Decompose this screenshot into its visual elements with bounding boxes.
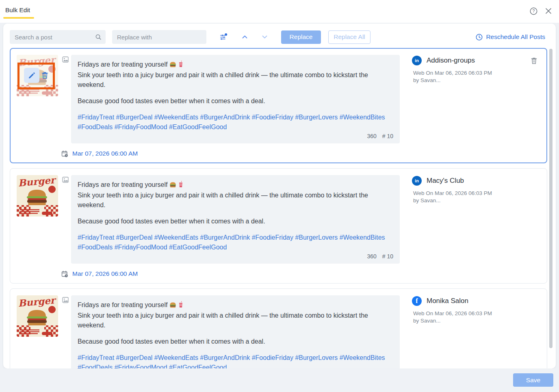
character-count: 360 bbox=[367, 133, 376, 140]
save-button[interactable]: Save bbox=[513, 373, 553, 387]
annotation-highlight bbox=[17, 63, 55, 89]
scrollbar-thumb[interactable] bbox=[549, 49, 552, 348]
replace-button[interactable]: Replace bbox=[281, 30, 321, 44]
bulk-edit-panel: Replace Replace All Reschedule All Posts bbox=[3, 24, 556, 368]
post-meta-author: by Savan... bbox=[413, 77, 540, 84]
post-text-line2: Sink your teeth into a juicy burger and … bbox=[78, 191, 393, 210]
cup-with-straw-emoji-icon bbox=[178, 61, 183, 70]
post-list: Burger bbox=[10, 48, 547, 368]
schedule-date-link[interactable]: Mar 07, 2026 06:00 AM bbox=[72, 270, 138, 277]
image-attachment-icon bbox=[62, 177, 69, 184]
search-icon bbox=[95, 34, 102, 42]
title-underline bbox=[3, 17, 34, 19]
post-meta-date: Web On Mar 06, 2026 06:03 PM bbox=[413, 310, 540, 317]
replace-all-button[interactable]: Replace All bbox=[328, 30, 370, 44]
page-title: Bulk Edit bbox=[5, 6, 30, 14]
post-thumbnail[interactable]: Burger bbox=[17, 55, 58, 96]
search-input[interactable] bbox=[10, 30, 106, 44]
post-thumbnail[interactable]: Burger bbox=[17, 175, 58, 217]
clock-icon bbox=[476, 34, 483, 41]
post-meta-date: Web On Mar 06, 2026 06:03 PM bbox=[413, 69, 540, 77]
hashtag-count: # 10 bbox=[382, 253, 393, 260]
dialog-footer: Save bbox=[0, 368, 559, 392]
linkedin-icon: in bbox=[412, 176, 422, 186]
post-text-line1: Fridays are for treating yourself bbox=[78, 301, 167, 308]
cup-with-straw-emoji-icon bbox=[178, 301, 183, 311]
post-card[interactable]: Burger bbox=[10, 168, 547, 284]
cup-with-straw-emoji-icon bbox=[178, 181, 183, 191]
delete-post-icon[interactable] bbox=[531, 57, 537, 64]
facebook-icon: f bbox=[412, 296, 422, 306]
post-text-line3: Because good food tastes even better whe… bbox=[78, 337, 393, 347]
image-attachment-icon bbox=[62, 56, 69, 64]
burger-emoji-icon bbox=[169, 301, 176, 311]
post-text-line3: Because good food tastes even better whe… bbox=[78, 96, 393, 106]
chevron-down-icon[interactable] bbox=[262, 35, 267, 39]
hashtag-count: # 10 bbox=[382, 133, 393, 140]
post-hashtags: #FridayTreat #BurgerDeal #WeekendEats #B… bbox=[78, 233, 393, 252]
post-card[interactable]: Burger bbox=[10, 48, 547, 163]
schedule-date-link[interactable]: Mar 07, 2026 06:00 AM bbox=[72, 150, 138, 157]
calendar-clock-icon bbox=[61, 150, 68, 157]
help-icon[interactable]: ? bbox=[529, 7, 537, 15]
post-text-block[interactable]: Fridays are for treating yourself Sink y… bbox=[71, 55, 400, 143]
dialog-header: Bulk Edit ? bbox=[0, 0, 559, 23]
post-hashtags: #FridayTreat #BurgerDeal #WeekendEats #B… bbox=[78, 353, 393, 368]
burger-emoji-icon bbox=[169, 61, 176, 70]
replace-input[interactable] bbox=[112, 30, 206, 44]
post-meta-author: by Savan... bbox=[413, 197, 540, 204]
post-text-block[interactable]: Fridays are for treating yourself Sink y… bbox=[71, 295, 400, 368]
post-text-block[interactable]: Fridays are for treating yourself Sink y… bbox=[71, 175, 400, 264]
toolbar: Replace Replace All Reschedule All Posts bbox=[10, 30, 549, 44]
post-meta-date: Web On Mar 06, 2026 06:03 PM bbox=[413, 190, 540, 197]
reschedule-all-posts-link[interactable]: Reschedule All Posts bbox=[476, 33, 549, 41]
post-meta-author: by Savan... bbox=[413, 317, 540, 325]
svg-text:?: ? bbox=[532, 9, 535, 13]
character-count: 360 bbox=[367, 253, 376, 260]
post-hashtags: #FridayTreat #BurgerDeal #WeekendEats #B… bbox=[78, 113, 393, 132]
post-text-line1: Fridays are for treating yourself bbox=[78, 61, 167, 68]
post-thumbnail[interactable]: Burger bbox=[17, 295, 58, 337]
chevron-up-icon[interactable] bbox=[242, 35, 247, 39]
close-icon[interactable] bbox=[544, 7, 552, 15]
post-text-line2: Sink your teeth into a juicy burger and … bbox=[78, 311, 393, 330]
account-name: Macy's Club bbox=[427, 177, 464, 185]
burger-emoji-icon bbox=[169, 181, 176, 191]
reschedule-all-posts-label: Reschedule All Posts bbox=[486, 33, 545, 41]
thumbnail-hover-overlay bbox=[17, 55, 58, 96]
filter-settings-icon[interactable] bbox=[219, 33, 228, 41]
post-card[interactable]: Burger bbox=[10, 288, 547, 368]
linkedin-icon: in bbox=[412, 56, 422, 65]
post-text-line1: Fridays are for treating yourself bbox=[78, 181, 167, 188]
calendar-clock-icon bbox=[61, 271, 68, 277]
post-text-line3: Because good food tastes even better whe… bbox=[78, 217, 393, 226]
account-name: Monika Salon bbox=[427, 297, 468, 305]
account-name: Addison-groups bbox=[427, 56, 475, 65]
image-attachment-icon bbox=[62, 297, 69, 305]
post-text-line2: Sink your teeth into a juicy burger and … bbox=[78, 70, 393, 90]
